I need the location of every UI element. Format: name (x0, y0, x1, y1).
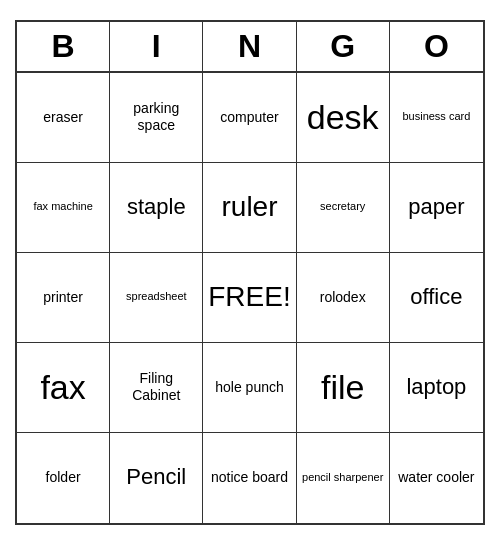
cell-text: fax (40, 367, 85, 408)
cell-text: hole punch (215, 379, 284, 396)
bingo-cell: staple (110, 163, 203, 253)
cell-text: water cooler (398, 469, 474, 486)
cell-text: business card (402, 110, 470, 123)
bingo-cell: business card (390, 73, 483, 163)
header-letter-o: O (390, 22, 483, 71)
cell-text: file (321, 367, 364, 408)
cell-text: printer (43, 289, 83, 306)
bingo-cell: computer (203, 73, 296, 163)
bingo-cell: desk (297, 73, 390, 163)
cell-text: parking space (114, 100, 198, 134)
cell-text: secretary (320, 200, 365, 213)
bingo-cell: pencil sharpener (297, 433, 390, 523)
bingo-cell: FREE! (203, 253, 296, 343)
bingo-cell: parking space (110, 73, 203, 163)
cell-text: paper (408, 194, 464, 220)
cell-text: ruler (221, 190, 277, 224)
bingo-cell: file (297, 343, 390, 433)
bingo-cell: Filing Cabinet (110, 343, 203, 433)
bingo-cell: secretary (297, 163, 390, 253)
cell-text: desk (307, 97, 379, 138)
bingo-cell: rolodex (297, 253, 390, 343)
bingo-cell: water cooler (390, 433, 483, 523)
bingo-cell: folder (17, 433, 110, 523)
bingo-cell: paper (390, 163, 483, 253)
bingo-cell: notice board (203, 433, 296, 523)
cell-text: laptop (406, 374, 466, 400)
cell-text: fax machine (33, 200, 92, 213)
bingo-cell: eraser (17, 73, 110, 163)
cell-text: staple (127, 194, 186, 220)
bingo-cell: fax machine (17, 163, 110, 253)
cell-text: office (410, 284, 462, 310)
cell-text: folder (46, 469, 81, 486)
bingo-cell: hole punch (203, 343, 296, 433)
cell-text: notice board (211, 469, 288, 486)
bingo-card: BINGO eraserparking spacecomputerdeskbus… (15, 20, 485, 525)
cell-text: computer (220, 109, 278, 126)
cell-text: Pencil (126, 464, 186, 490)
cell-text: pencil sharpener (302, 471, 383, 484)
header-letter-n: N (203, 22, 296, 71)
bingo-cell: printer (17, 253, 110, 343)
cell-text: Filing Cabinet (114, 370, 198, 404)
header-letter-b: B (17, 22, 110, 71)
bingo-cell: ruler (203, 163, 296, 253)
cell-text: FREE! (208, 280, 290, 314)
cell-text: eraser (43, 109, 83, 126)
bingo-header: BINGO (17, 22, 483, 73)
cell-text: rolodex (320, 289, 366, 306)
bingo-cell: fax (17, 343, 110, 433)
bingo-cell: office (390, 253, 483, 343)
header-letter-g: G (297, 22, 390, 71)
header-letter-i: I (110, 22, 203, 71)
bingo-cell: Pencil (110, 433, 203, 523)
bingo-grid: eraserparking spacecomputerdeskbusiness … (17, 73, 483, 523)
bingo-cell: laptop (390, 343, 483, 433)
cell-text: spreadsheet (126, 290, 187, 303)
bingo-cell: spreadsheet (110, 253, 203, 343)
